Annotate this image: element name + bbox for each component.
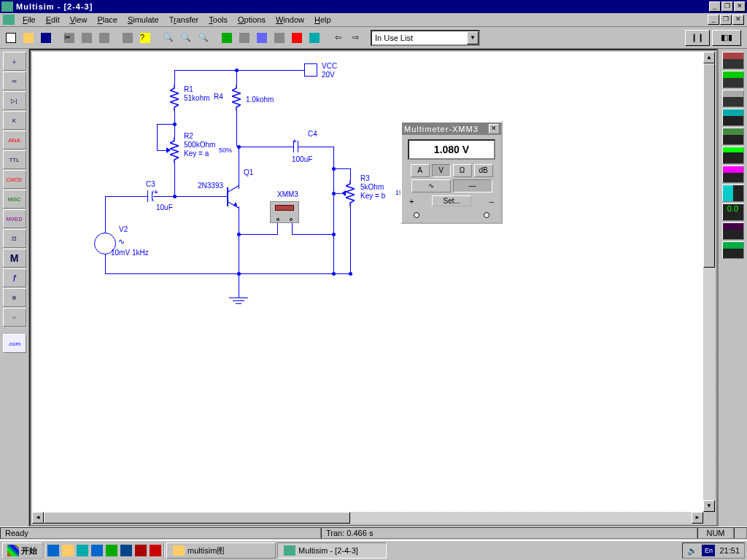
- mm-ohm-button[interactable]: Ω: [453, 164, 472, 177]
- analog-button[interactable]: ANA: [3, 131, 26, 149]
- vertical-scrollbar[interactable]: ▲ ▼: [703, 52, 715, 512]
- bode-tool[interactable]: [722, 128, 744, 145]
- multimeter-close-button[interactable]: ✕: [489, 124, 499, 133]
- oscilloscope-tool[interactable]: [722, 109, 744, 126]
- menu-file[interactable]: File: [18, 15, 41, 25]
- mm-dc-button[interactable]: —: [453, 179, 492, 192]
- mm-volt-button[interactable]: V: [432, 164, 451, 177]
- vcc-terminal[interactable]: [304, 63, 317, 77]
- ql-app1-icon[interactable]: [120, 544, 133, 557]
- ql-app3-icon[interactable]: [149, 544, 162, 557]
- new-button[interactable]: [3, 30, 19, 46]
- database-button[interactable]: [254, 30, 270, 46]
- ql-desktop-icon[interactable]: [76, 544, 89, 557]
- ql-excel-icon[interactable]: [105, 544, 118, 557]
- mdi-minimize-button[interactable]: _: [708, 15, 719, 25]
- multimeter-xmm3-symbol[interactable]: [270, 201, 299, 223]
- zoom-fit-button[interactable]: 🔍: [196, 30, 212, 46]
- network-tool[interactable]: [722, 241, 744, 259]
- schematic-canvas[interactable]: VCC 20V R1 51kohm R4 1.0kohm: [32, 52, 703, 512]
- menu-help[interactable]: Help: [309, 15, 336, 25]
- zoom-out-button[interactable]: 🔍: [178, 30, 194, 46]
- capacitor-c4[interactable]: [286, 141, 308, 152]
- logic-converter-tool[interactable]: [722, 184, 744, 202]
- wattmeter-tool[interactable]: [722, 90, 744, 107]
- logic-analyzer-tool[interactable]: [722, 166, 744, 183]
- language-indicator[interactable]: En: [702, 545, 715, 556]
- analysis2-button[interactable]: [306, 30, 322, 46]
- transistor-q1[interactable]: [218, 182, 247, 214]
- start-button[interactable]: 开始: [2, 542, 42, 559]
- probe-button[interactable]: [236, 30, 252, 46]
- inuse-list-combo[interactable]: In Use List ▼: [371, 30, 480, 46]
- resistor-r1[interactable]: [170, 85, 179, 111]
- resistor-r4[interactable]: [232, 85, 241, 111]
- indicator-button[interactable]: ⊡: [3, 229, 26, 248]
- ground-symbol[interactable]: [229, 295, 248, 305]
- open-button[interactable]: [20, 30, 36, 46]
- back-button[interactable]: ⇦: [330, 30, 346, 46]
- component-button[interactable]: [219, 30, 235, 46]
- edaparts-button[interactable]: .com: [3, 334, 26, 353]
- task-multisim-folder[interactable]: multisim图: [166, 542, 276, 559]
- maximize-button[interactable]: ❐: [721, 1, 733, 12]
- menu-view[interactable]: View: [65, 15, 93, 25]
- print-button[interactable]: [120, 30, 136, 46]
- mm-amp-button[interactable]: A: [411, 164, 430, 177]
- close-button[interactable]: ✕: [734, 1, 746, 12]
- system-tray[interactable]: 🔊 En 21:51: [682, 542, 745, 559]
- mm-ac-button[interactable]: ∿: [411, 179, 451, 192]
- zoom-in-button[interactable]: 🔍: [160, 30, 177, 46]
- ql-outlook-icon[interactable]: [61, 544, 74, 557]
- ql-ie-icon[interactable]: [47, 544, 60, 557]
- help-button[interactable]: ?: [137, 30, 153, 46]
- mm-db-button[interactable]: dB: [474, 164, 493, 177]
- pot-r3[interactable]: [346, 180, 355, 206]
- task-multisim-app[interactable]: Multisim - [2-4-3]: [277, 542, 387, 559]
- capacitor-c3[interactable]: [140, 190, 162, 202]
- mdi-restore-button[interactable]: ❐: [720, 15, 732, 25]
- menu-transfer[interactable]: Transfer: [164, 15, 204, 25]
- volume-icon[interactable]: 🔊: [687, 546, 697, 556]
- analysis-button[interactable]: [289, 30, 305, 46]
- rf-button[interactable]: f: [3, 268, 26, 287]
- ql-word-icon[interactable]: [90, 544, 104, 557]
- mm-set-button[interactable]: Set...: [432, 195, 471, 206]
- dropdown-icon[interactable]: ▼: [467, 31, 479, 44]
- misc-button[interactable]: MISC: [3, 190, 26, 209]
- multimeter-titlebar[interactable]: Multimeter-XMM3 ✕: [402, 122, 501, 135]
- mixed-button[interactable]: MIXED: [3, 209, 26, 228]
- menu-edit[interactable]: Edit: [41, 15, 65, 25]
- sources-button[interactable]: ⏚: [3, 52, 26, 71]
- menu-place[interactable]: Place: [92, 15, 123, 25]
- pause-button[interactable]: ❙❙: [685, 30, 710, 46]
- horizontal-scrollbar[interactable]: ◄ ►: [32, 512, 703, 524]
- menu-window[interactable]: Window: [271, 15, 309, 25]
- cut-button[interactable]: ✂: [61, 30, 77, 46]
- misc2-button[interactable]: M: [3, 249, 26, 268]
- menu-simulate[interactable]: Simulate: [123, 15, 164, 25]
- menu-options[interactable]: Options: [233, 15, 271, 25]
- cmos-button[interactable]: CMOS: [3, 170, 26, 189]
- paste-button[interactable]: [96, 30, 112, 46]
- report-button[interactable]: [271, 30, 287, 46]
- ttl-button[interactable]: TTL: [3, 150, 26, 169]
- pot-r2[interactable]: [170, 137, 179, 163]
- spectrum-tool[interactable]: [722, 222, 744, 240]
- distortion-tool[interactable]: 0.0: [722, 203, 744, 221]
- ql-app2-icon[interactable]: [134, 544, 147, 557]
- copy-button[interactable]: [79, 30, 95, 46]
- basic-button[interactable]: ═: [3, 71, 26, 90]
- function-gen-tool[interactable]: [722, 71, 744, 88]
- minimize-button[interactable]: _: [709, 1, 721, 12]
- diode-button[interactable]: ▷|: [3, 91, 26, 110]
- transistor-button[interactable]: K: [3, 111, 26, 130]
- electromech-button[interactable]: ⊕: [3, 288, 26, 307]
- mdi-close-button[interactable]: ✕: [732, 15, 744, 25]
- multimeter-dialog[interactable]: Multimeter-XMM3 ✕ 1.080 V A V Ω dB ∿ — +…: [400, 121, 503, 224]
- run-switch[interactable]: ◧▮: [712, 30, 741, 46]
- save-button[interactable]: [38, 30, 54, 46]
- menu-tools[interactable]: Tools: [204, 15, 233, 25]
- forward-button[interactable]: ⇨: [347, 30, 363, 46]
- multimeter-tool[interactable]: [722, 52, 744, 69]
